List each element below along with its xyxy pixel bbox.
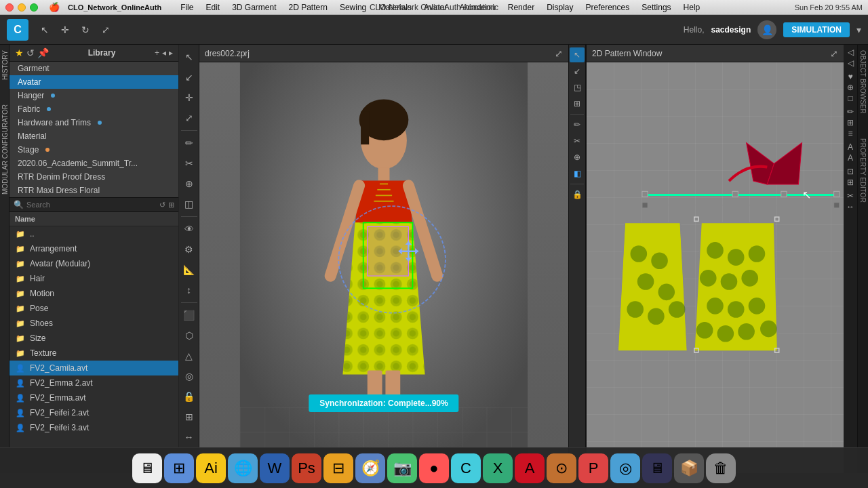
property-editor-tab[interactable]: PROPERTY EDITOR (858, 133, 868, 208)
right-tool-11[interactable]: ⊡ (847, 167, 854, 176)
file-item[interactable]: 👤FV2_Camila.avt (9, 361, 178, 375)
dock-photoshop[interactable]: Ps (292, 453, 321, 483)
dock-app4[interactable]: 📦 (674, 453, 704, 483)
dock-chrome[interactable]: 🌐 (228, 453, 258, 483)
pin-icon[interactable]: 📌 (37, 47, 49, 58)
maximize-button[interactable] (30, 3, 38, 12)
dock-launchpad[interactable]: ⊞ (164, 453, 194, 483)
right-tool-6[interactable]: ✏ (847, 107, 854, 117)
tool-select[interactable]: ↖ (35, 20, 54, 39)
tool-11[interactable]: 📐 (180, 260, 199, 279)
mac-menu-preferences[interactable]: Preferences (580, 3, 635, 12)
2d-tool-5[interactable]: ✏ (570, 117, 585, 132)
expand-2d-icon[interactable]: ⤢ (830, 48, 838, 59)
file-item[interactable]: 📁Shoes (9, 316, 178, 331)
sidebar-category-avatar[interactable]: Avatar (9, 75, 178, 89)
file-item[interactable]: 📁Motion (9, 286, 178, 301)
sidebar-category-hardware-and-trims[interactable]: Hardware and Trims (9, 116, 178, 129)
tool-4[interactable]: ⤢ (180, 108, 199, 127)
file-item[interactable]: 👤FV2_Feifei 2.avt (9, 405, 178, 420)
sidebar-category-hanger[interactable]: Hanger (9, 89, 178, 102)
2d-tool-2[interactable]: ↙ (570, 64, 585, 79)
file-item[interactable]: 📁Hair (9, 271, 178, 286)
dock-excel[interactable]: X (483, 453, 513, 483)
right-tool-14[interactable]: ↔ (846, 202, 854, 211)
minimize-button[interactable] (18, 3, 26, 12)
history-tab[interactable]: HISTORY (0, 45, 9, 85)
tool-1[interactable]: ↖ (180, 47, 199, 66)
reload-icon[interactable]: ↺ (26, 47, 35, 58)
refresh-icon[interactable]: ↺ (159, 201, 165, 209)
mac-menu-sewing[interactable]: Sewing (334, 3, 372, 12)
tool-5[interactable]: ✏ (180, 134, 199, 152)
tool-13[interactable]: ⬛ (180, 306, 199, 325)
tool-9[interactable]: 👁 (180, 220, 199, 239)
file-item[interactable]: 📁Avatar (Modular) (9, 256, 178, 271)
2d-tool-select[interactable]: ↖ (570, 47, 585, 62)
right-tool-3[interactable]: ♥ (848, 72, 852, 81)
tool-17[interactable]: 🔒 (180, 387, 199, 406)
2d-tool-lock[interactable]: 🔒 (570, 187, 585, 202)
tool-10[interactable]: ⚙ (180, 240, 199, 259)
dock-word[interactable]: W (260, 453, 290, 483)
sidebar-category-fabric[interactable]: Fabric (9, 102, 178, 116)
tool-scale[interactable]: ⤢ (96, 20, 115, 39)
2d-tool-4[interactable]: ⊞ (570, 96, 585, 111)
dock-acrobat[interactable]: A (515, 453, 545, 483)
tool-7[interactable]: ⊕ (180, 174, 199, 193)
tool-19[interactable]: ↔ (180, 428, 199, 447)
dock-app2[interactable]: ⊙ (547, 453, 576, 483)
nav-back-icon[interactable]: ◂ (162, 48, 166, 58)
apple-logo[interactable]: 🍎 (49, 2, 60, 12)
right-tool-4[interactable]: ⊕ (847, 83, 854, 92)
tool-16[interactable]: ◎ (180, 367, 199, 386)
nav-forward-icon[interactable]: ▸ (169, 48, 173, 58)
file-item[interactable]: 📁.. (9, 226, 178, 241)
mac-menu-render[interactable]: Render (502, 3, 540, 12)
modular-tab[interactable]: MODULAR CONFIGURATOR (0, 99, 9, 200)
dock-powerpoint[interactable]: P (578, 453, 608, 483)
sidebar-category-garment[interactable]: Garment (9, 62, 178, 75)
object-browser-tab[interactable]: OBJECT BROWSER (858, 45, 868, 119)
tool-18[interactable]: ⊞ (180, 407, 199, 426)
tool-rotate[interactable]: ↻ (76, 20, 95, 39)
right-tool-8[interactable]: ≡ (848, 129, 852, 138)
search-input[interactable] (26, 201, 159, 209)
right-tool-9[interactable]: A (848, 142, 853, 152)
grid-icon[interactable]: ⊞ (168, 201, 174, 209)
sidebar-category-rtr-denim-proof-dres[interactable]: RTR Denim Proof Dress (9, 170, 178, 184)
dock-safari[interactable]: 🧭 (355, 453, 385, 483)
star-icon[interactable]: ★ (15, 47, 24, 58)
tool-3[interactable]: ✛ (180, 88, 199, 107)
tool-2[interactable]: ↙ (180, 68, 199, 87)
file-item[interactable]: 👤FV2_Feifei 3.avt (9, 420, 178, 435)
right-tool-7[interactable]: ⊞ (847, 118, 854, 127)
sidebar-category-material[interactable]: Material (9, 129, 178, 143)
tool-14[interactable]: ⬡ (180, 326, 199, 345)
tool-12[interactable]: ↕ (180, 281, 199, 300)
dock-screen[interactable]: 🖥 (642, 453, 672, 483)
right-tool-5[interactable]: □ (848, 94, 852, 103)
dock-launchpad2[interactable]: ⊟ (323, 453, 353, 483)
expand-3d-icon[interactable]: ⤢ (555, 48, 563, 59)
right-tool-10[interactable]: A (848, 153, 853, 163)
tool-move[interactable]: ✛ (56, 20, 75, 39)
dock-app3[interactable]: ◎ (610, 453, 640, 483)
right-tool-1[interactable]: ◁ (848, 47, 854, 57)
settings-icon[interactable]: ▾ (856, 24, 861, 35)
mac-menu-settings[interactable]: Settings (636, 3, 676, 12)
file-item[interactable]: 👤FV2_Emma.avt (9, 390, 178, 405)
tool-6[interactable]: ✂ (180, 154, 199, 173)
file-item[interactable]: 📁Texture (9, 346, 178, 361)
sidebar-category-2020.06_academic_sum[interactable]: 2020.06_Academic_Summit_Tr... (9, 157, 178, 170)
file-item[interactable]: 👤FV2_Emma 2.avt (9, 375, 178, 390)
2d-view-icon[interactable]: ◧ (570, 166, 585, 181)
dock-clo[interactable]: C (451, 453, 481, 483)
right-tool-2[interactable]: ◁ (848, 58, 854, 68)
sidebar-category-rtr-maxi-dress-flora[interactable]: RTR Maxi Dress Floral (9, 184, 178, 197)
dock-facetime[interactable]: 📷 (387, 453, 417, 483)
sidebar-category-stage[interactable]: Stage (9, 143, 178, 157)
file-item[interactable]: 📁Arrangement (9, 241, 178, 256)
mac-menu-edit[interactable]: Edit (200, 3, 225, 12)
file-item[interactable]: 📁Size (9, 331, 178, 346)
